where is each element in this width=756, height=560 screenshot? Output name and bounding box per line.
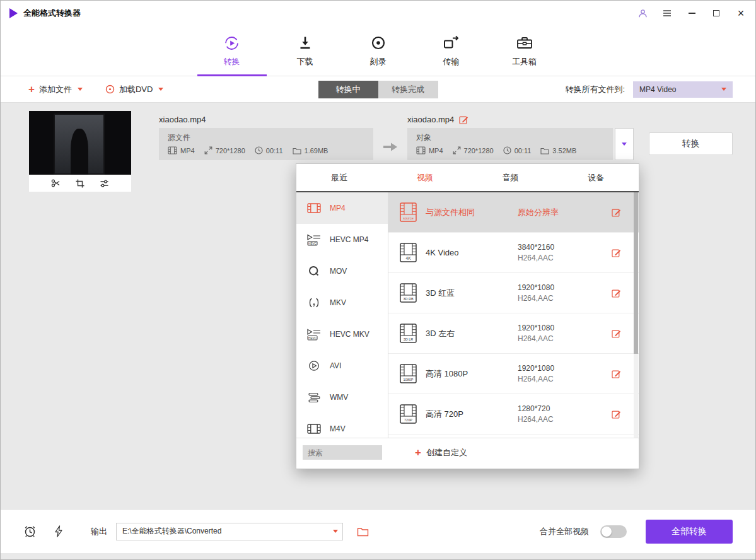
film-page-icon: 4K [400,243,417,262]
window-title: 全能格式转换器 [23,8,81,19]
crop-button[interactable] [76,179,84,188]
edit-preset-button[interactable] [612,248,621,257]
rename-button[interactable] [459,115,468,124]
source-size: 1.69MB [305,147,329,155]
search-input[interactable] [303,445,382,460]
resolution-icon [453,146,461,155]
edit-preset-button[interactable] [612,369,621,378]
burn-disc-icon [370,34,387,52]
preset-row-1080p[interactable]: 1080P 高清 1080P 1920*1080H264,AAC [388,354,639,394]
tab-converted[interactable]: 转换完成 [378,81,438,98]
scrollbar-thumb[interactable] [634,192,638,354]
edit-preset-button[interactable] [612,409,621,419]
target-resolution: 720*1280 [464,147,494,155]
tab-convert[interactable]: 转换 [211,26,253,76]
bottom-strip [1,553,755,559]
arrow-right-icon [382,141,398,153]
titlebar: 全能格式转换器 × [1,1,755,26]
merge-toggle[interactable] [600,525,627,538]
schedule-button[interactable] [23,525,37,538]
minimize-button[interactable] [686,8,697,19]
format-item-mkv[interactable]: MKV [296,287,388,318]
format-item-wmv[interactable]: WMV [296,382,388,413]
svg-text:1080P: 1080P [404,378,414,382]
target-section-label: 对象 [416,132,604,143]
preset-row-3d-lr[interactable]: 3D LR 3D 左右 1920*1080H264,AAC [388,313,639,354]
tab-download[interactable]: 下载 [284,26,327,76]
clock-icon [255,146,263,155]
transfer-icon [443,34,460,52]
target-format-dropdown-button[interactable] [615,128,634,160]
chevron-down-icon [158,88,163,91]
pencil-icon [612,329,621,338]
film-page-icon: 3D LR [400,324,417,343]
preset-row-720p[interactable]: 720P 高清 720P 1280*720H264,AAC [388,394,639,435]
load-dvd-button[interactable]: 加载DVD [105,84,163,95]
create-custom-button[interactable]: + 创建自定义 [415,447,467,458]
format-label: AVI [330,361,341,370]
edit-preset-button[interactable] [612,207,621,217]
preset-row-source[interactable]: source 与源文件相同 原始分辨率 [388,192,639,233]
format-item-avi[interactable]: AVI [296,350,388,382]
scrollbar[interactable] [634,192,638,438]
convert-all-button[interactable]: 全部转换 [646,520,733,544]
chevron-down-icon [721,88,726,91]
alarm-clock-icon [23,525,37,538]
close-button[interactable]: × [735,8,747,19]
folder-icon [357,527,369,537]
open-folder-button[interactable] [357,527,369,537]
toolbar: + 添加文件 加载DVD 转换中 转换完成 转换所有文件到: MP4 Video [1,76,755,103]
format-item-m4v[interactable]: M4V [296,413,388,438]
toolbox-icon [516,34,533,52]
pencil-icon [612,409,621,419]
format-item-hevc-mkv[interactable]: HEVC HEVC MKV [296,318,388,350]
tab-toolbox[interactable]: 工具箱 [503,26,546,76]
popup-tab-audio[interactable]: 音频 [468,164,554,191]
convert-button[interactable]: 转换 [649,132,733,155]
popup-tab-device[interactable]: 设备 [553,164,639,191]
add-files-button[interactable]: + 添加文件 [28,84,83,95]
svg-text:HEVC: HEVC [308,336,317,339]
output-path-select[interactable] [116,523,343,540]
format-item-mp4[interactable]: MP4 [296,192,388,224]
dvd-icon [105,85,115,94]
edit-preset-button[interactable] [612,329,621,338]
film-icon [306,203,322,213]
convert-icon [223,34,240,52]
user-account-icon[interactable] [637,8,648,19]
preset-row-4k-video[interactable]: 4K 4K Video 3840*2160H264,AAC [388,233,639,273]
popup-tab-video[interactable]: 视频 [382,164,468,191]
video-thumbnail[interactable] [29,111,131,175]
film-icon [306,424,322,434]
format-item-hevc-mp4[interactable]: HEVC HEVC MP4 [296,224,388,255]
effects-button[interactable] [100,179,109,188]
edit-preset-button[interactable] [612,288,621,298]
output-path-input[interactable] [116,523,343,540]
preset-resolution: 3840*2160 [518,243,554,252]
film-page-icon: 1080P [400,364,417,383]
tab-download-label: 下载 [297,56,313,67]
preset-resolution: 1920*1080 [518,283,554,292]
preset-resolution: 1920*1080 [518,364,554,373]
folder-icon [540,147,549,155]
target-info-box: 对象 MP4 720*1280 00:11 3.52MB [407,128,613,160]
tab-transfer-label: 传输 [443,56,460,67]
tab-burn[interactable]: 刻录 [357,26,400,76]
trim-button[interactable] [51,178,61,188]
format-item-mov[interactable]: MOV [296,255,388,287]
film-frame-icon [168,146,177,155]
popup-tab-recent[interactable]: 最近 [296,164,382,191]
plus-icon: + [415,447,421,458]
menu-icon[interactable] [661,8,673,19]
create-custom-label: 创建自定义 [426,447,467,458]
preset-row-3d-rb[interactable]: 3D RB 3D 红蓝 1920*1080H264,AAC [388,273,639,313]
highspeed-button[interactable] [54,525,63,537]
maximize-button[interactable] [711,8,722,19]
pencil-icon [612,369,621,378]
tab-transfer[interactable]: 传输 [430,26,473,76]
toggle-knob [602,527,612,537]
target-format: MP4 [429,147,443,155]
preset-codec: H264,AAC [518,254,554,262]
output-format-dropdown[interactable]: MP4 Video [633,81,733,98]
tab-converting[interactable]: 转换中 [318,81,378,98]
